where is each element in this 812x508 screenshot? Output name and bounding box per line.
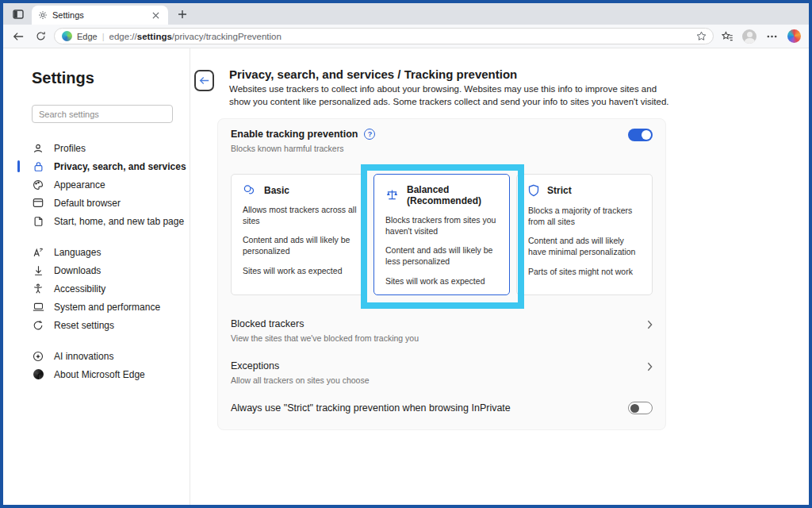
blocked-trackers-sublabel: View the sites that we've blocked from t… bbox=[231, 333, 647, 343]
reset-icon bbox=[32, 320, 44, 331]
settings-sidebar: Settings Profiles Privacy, search, and s… bbox=[3, 48, 190, 505]
favorite-star-icon[interactable] bbox=[696, 31, 707, 41]
blocked-trackers-row[interactable]: Blocked trackers View the sites that we'… bbox=[231, 311, 653, 353]
browser-tab-settings[interactable]: Settings bbox=[32, 6, 168, 25]
chevron-right-icon bbox=[647, 362, 653, 371]
back-button[interactable] bbox=[194, 70, 214, 91]
enable-tracking-sublabel: Blocks known harmful trackers bbox=[231, 144, 628, 153]
gear-icon bbox=[38, 10, 48, 20]
option-title: Basic bbox=[264, 185, 289, 196]
download-icon bbox=[32, 265, 44, 276]
sidebar-item-label: Privacy, search, and services bbox=[54, 161, 186, 172]
person-icon bbox=[32, 143, 44, 154]
sidebar-item-label: Default browser bbox=[54, 198, 121, 209]
new-tab-page-icon bbox=[32, 216, 44, 227]
languages-icon bbox=[32, 247, 44, 258]
sidebar-item-label: Reset settings bbox=[54, 320, 114, 331]
option-line: Content and ads will likely be personali… bbox=[243, 235, 357, 256]
sidebar-item-appearance[interactable]: Appearance bbox=[32, 175, 190, 194]
selected-indicator bbox=[17, 160, 20, 172]
lock-icon bbox=[32, 161, 44, 172]
avatar-icon bbox=[742, 29, 756, 44]
option-card-strict[interactable]: Strict Blocks a majority of trackers fro… bbox=[516, 174, 653, 295]
edge-logo-icon bbox=[32, 369, 44, 379]
page-title: Privacy, search, and services / Tracking… bbox=[229, 67, 678, 81]
browser-window-icon bbox=[32, 198, 44, 208]
balance-scale-icon bbox=[385, 189, 399, 202]
url-divider: | bbox=[102, 32, 105, 41]
option-line: Blocks trackers from sites you haven't v… bbox=[385, 215, 500, 237]
url-text[interactable]: edge://settings/privacy/trackingPreventi… bbox=[109, 32, 691, 41]
settings-content: Privacy, search, and services / Tracking… bbox=[190, 48, 809, 505]
help-icon[interactable]: ? bbox=[364, 129, 375, 140]
sidebar-item-label: Accessibility bbox=[54, 283, 105, 294]
option-title: Balanced (Recommended) bbox=[407, 184, 500, 206]
option-title: Strict bbox=[547, 185, 572, 196]
back-icon[interactable] bbox=[10, 28, 27, 45]
strict-inprivate-label: Always use "Strict" tracking prevention … bbox=[231, 402, 628, 414]
sidebar-item-label: AI innovations bbox=[54, 351, 113, 362]
option-line: Content and ads will likely have minimal… bbox=[528, 236, 642, 257]
sidebar-item-start-home[interactable]: Start, home, and new tab page bbox=[32, 212, 190, 230]
palette-icon bbox=[32, 179, 44, 190]
sidebar-item-label: System and performance bbox=[54, 302, 160, 313]
sidebar-item-label: Downloads bbox=[54, 265, 101, 276]
accessibility-icon bbox=[32, 283, 44, 294]
blocked-trackers-label: Blocked trackers bbox=[231, 318, 647, 329]
sidebar-item-accessibility[interactable]: Accessibility bbox=[32, 279, 190, 298]
exceptions-row[interactable]: Exceptions Allow all trackers on sites y… bbox=[231, 353, 653, 395]
sidebar-item-reset-settings[interactable]: Reset settings bbox=[32, 316, 190, 334]
exceptions-label: Exceptions bbox=[231, 360, 647, 371]
option-line: Sites will work as expected bbox=[385, 276, 500, 287]
sidebar-item-languages[interactable]: Languages bbox=[32, 243, 190, 261]
enable-tracking-toggle[interactable] bbox=[628, 129, 653, 141]
laptop-icon bbox=[32, 302, 44, 312]
enable-tracking-label: Enable tracking prevention bbox=[231, 129, 358, 140]
exceptions-sublabel: Allow all trackers on sites you choose bbox=[231, 375, 647, 385]
profile-avatar[interactable] bbox=[741, 28, 758, 45]
strict-inprivate-row: Always use "Strict" tracking prevention … bbox=[231, 395, 653, 421]
strict-inprivate-toggle[interactable] bbox=[628, 402, 653, 414]
browser-toolbar: Edge | edge://settings/privacy/trackingP… bbox=[3, 25, 809, 48]
tracking-level-options: Basic Allows most trackers across all si… bbox=[231, 174, 653, 295]
enable-tracking-row: Enable tracking prevention ? Blocks know… bbox=[231, 129, 653, 153]
sidebar-title: Settings bbox=[32, 69, 190, 87]
new-tab-button[interactable] bbox=[173, 6, 192, 23]
search-settings-input[interactable] bbox=[32, 105, 173, 123]
sidebar-item-label: Appearance bbox=[54, 179, 105, 190]
sidebar-item-label: Profiles bbox=[54, 143, 86, 154]
tab-title: Settings bbox=[52, 10, 144, 20]
address-bar[interactable]: Edge | edge://settings/privacy/trackingP… bbox=[54, 28, 714, 44]
tracking-prevention-card: Enable tracking prevention ? Blocks know… bbox=[217, 118, 666, 430]
sidebar-item-label: Languages bbox=[54, 247, 101, 258]
copilot-logo bbox=[787, 29, 801, 43]
tab-strip: Settings bbox=[3, 3, 809, 25]
droplets-icon bbox=[243, 184, 256, 196]
option-card-basic[interactable]: Basic Allows most trackers across all si… bbox=[231, 174, 367, 295]
sidebar-item-profiles[interactable]: Profiles bbox=[32, 139, 190, 157]
edge-logo-icon bbox=[62, 31, 72, 41]
refresh-icon[interactable] bbox=[32, 28, 49, 45]
sidebar-item-label: Start, home, and new tab page bbox=[54, 216, 184, 227]
option-line: Content and ads will likely be less pers… bbox=[385, 245, 500, 267]
sidebar-item-ai-innovations[interactable]: AI innovations bbox=[32, 347, 190, 365]
chevron-right-icon bbox=[647, 320, 653, 329]
option-line: Allows most trackers across all sites bbox=[243, 205, 357, 226]
shield-icon bbox=[528, 184, 539, 197]
option-line: Parts of sites might not work bbox=[528, 267, 642, 278]
sidebar-item-default-browser[interactable]: Default browser bbox=[32, 194, 190, 212]
sidebar-item-label: About Microsoft Edge bbox=[54, 369, 145, 380]
option-line: Sites will work as expected bbox=[243, 266, 357, 277]
url-product-label: Edge bbox=[77, 32, 98, 41]
sidebar-item-system-performance[interactable]: System and performance bbox=[32, 298, 190, 316]
copilot-icon[interactable] bbox=[785, 28, 802, 45]
sparkle-icon bbox=[32, 351, 44, 362]
sidebar-item-downloads[interactable]: Downloads bbox=[32, 261, 190, 279]
sidebar-item-about-edge[interactable]: About Microsoft Edge bbox=[32, 365, 190, 383]
settings-menu-icon[interactable] bbox=[763, 28, 780, 45]
tab-close-icon[interactable] bbox=[149, 9, 162, 21]
option-card-balanced[interactable]: Balanced (Recommended) Blocks trackers f… bbox=[373, 174, 510, 295]
sidebar-item-privacy[interactable]: Privacy, search, and services bbox=[32, 157, 190, 175]
favorites-hub-icon[interactable] bbox=[718, 28, 736, 45]
tab-actions-menu-icon[interactable] bbox=[8, 6, 29, 23]
